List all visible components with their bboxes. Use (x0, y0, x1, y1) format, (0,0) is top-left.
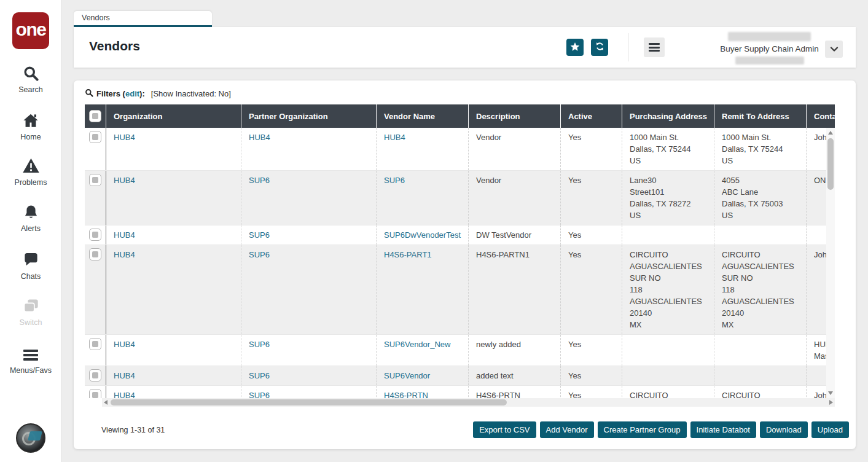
description-cell: DW TestVendor (469, 225, 561, 245)
table-row[interactable]: HUB4 SUP6 SUP6Vendor added text Yes (85, 366, 826, 386)
sidebar-item-search[interactable]: Search (0, 65, 61, 94)
select-all-checkbox[interactable] (89, 110, 101, 122)
warning-icon (22, 157, 40, 174)
vendor-name-link[interactable]: H4S6-PRTN (377, 386, 469, 398)
partner-organization-link[interactable]: SUP6 (241, 366, 377, 385)
scroll-down-arrow[interactable] (828, 391, 833, 395)
column-header-contact-name[interactable]: Contact Name (807, 104, 835, 128)
column-header-organization[interactable]: Organization (106, 104, 241, 128)
vendor-name-link[interactable]: H4S6-PART1 (377, 245, 469, 334)
initiate-databot-button[interactable]: Initiate Databot (690, 421, 756, 438)
vendor-name-link[interactable]: SUP6DwVenoderTest (377, 225, 469, 245)
purchasing-address-cell: Lane30 Street101 Dallas, TX 78272 US (622, 171, 714, 225)
column-header-partner-organization[interactable]: Partner Organization (241, 104, 377, 128)
export-to-csv-button[interactable]: Export to CSV (473, 421, 536, 438)
assistant-avatar[interactable] (16, 423, 45, 453)
row-checkbox[interactable] (89, 389, 101, 398)
sidebar-item-home[interactable]: Home (0, 112, 61, 141)
description-cell: Vendor (469, 128, 561, 170)
user-menu-button[interactable] (825, 41, 843, 58)
scroll-left-arrow[interactable] (104, 400, 108, 405)
favorite-star-button[interactable] (566, 39, 584, 56)
scroll-up-arrow[interactable] (828, 131, 833, 135)
home-icon (22, 112, 39, 129)
row-checkbox[interactable] (89, 174, 101, 186)
table-row[interactable]: HUB4 HUB4 HUB4 Vendor Yes 1000 Main St. … (85, 128, 826, 171)
partner-organization-link[interactable]: HUB4 (241, 128, 377, 170)
vertical-scrollbar[interactable] (826, 128, 835, 398)
table-row[interactable]: HUB4 SUP6 H4S6-PART1 H4S6-PARTN1 Yes CIR… (85, 245, 826, 335)
filters-edit-link[interactable]: edit (125, 89, 139, 98)
organization-link[interactable]: HUB4 (106, 335, 241, 366)
one-logo[interactable]: one (12, 12, 49, 49)
row-checkbox[interactable] (89, 248, 101, 260)
description-cell: H4S6-PRTN (469, 386, 561, 398)
search-icon (23, 65, 39, 82)
filters-label: Filters ( (96, 89, 125, 98)
select-all-cell (85, 104, 106, 128)
sidebar-item-switch: Switch (0, 297, 61, 327)
download-button[interactable]: Download (760, 421, 808, 438)
row-checkbox[interactable] (89, 369, 101, 382)
organization-link[interactable]: HUB4 (106, 386, 241, 398)
action-buttons: Export to CSV Add Vendor Create Partner … (473, 421, 849, 438)
table-row[interactable]: HUB4 SUP6 SUP6DwVenoderTest DW TestVendo… (85, 225, 826, 245)
organization-link[interactable]: HUB4 (106, 366, 241, 385)
vendor-name-link[interactable]: SUP6Vendor_New (377, 335, 469, 366)
sidebar-item-menus-favs[interactable]: Menus/Favs (0, 345, 61, 375)
partner-organization-link[interactable]: SUP6 (241, 335, 377, 366)
column-header-description[interactable]: Description (469, 104, 561, 128)
header-menu-button[interactable] (644, 37, 665, 57)
organization-link[interactable]: HUB4 (106, 171, 241, 225)
vendor-name-link[interactable]: HUB4 (377, 128, 469, 170)
table-header-row: Organization Partner Organization Vendor… (85, 104, 835, 128)
partner-organization-link[interactable]: SUP6 (241, 171, 377, 225)
purchasing-address-cell: CIRCUITO AGUASCALIENTES SUR NO 118 AGUAS… (622, 386, 714, 398)
organization-link[interactable]: HUB4 (106, 245, 241, 334)
partner-organization-link[interactable]: SUP6 (241, 225, 377, 245)
page-title: Vendors (89, 39, 140, 53)
row-checkbox[interactable] (89, 338, 101, 350)
contact-cell: ONE N (807, 171, 826, 225)
row-checkbox[interactable] (89, 131, 101, 143)
horizontal-scroll-thumb[interactable] (111, 399, 507, 405)
redacted-org-name (735, 57, 804, 65)
upload-button[interactable]: Upload (811, 421, 849, 438)
sidebar-item-alerts[interactable]: Alerts (0, 204, 61, 233)
sidebar-item-chats[interactable]: Chats (0, 252, 61, 281)
vendor-name-link[interactable]: SUP6Vendor (377, 366, 469, 385)
row-select-cell (85, 366, 106, 385)
row-select-cell (85, 245, 106, 334)
refresh-button[interactable] (591, 39, 608, 56)
organization-link[interactable]: HUB4 (106, 128, 241, 170)
column-header-purchasing-address[interactable]: Purchasing Address (622, 104, 714, 128)
sidebar: one Search Home Problems Alerts (0, 0, 61, 462)
column-header-active[interactable]: Active (561, 104, 622, 128)
vertical-scroll-thumb[interactable] (827, 138, 834, 190)
table-row[interactable]: HUB4 SUP6 SUP6 Vendor Yes Lane30 Street1… (85, 171, 826, 225)
create-partner-group-button[interactable]: Create Partner Group (598, 421, 687, 438)
contact-cell: John (807, 245, 826, 334)
table-row[interactable]: HUB4 SUP6 SUP6Vendor_New newly added Yes… (85, 335, 826, 366)
partner-organization-link[interactable]: SUP6 (241, 386, 377, 398)
active-cell: Yes (561, 225, 622, 245)
contact-cell (807, 366, 826, 385)
row-select-cell (85, 335, 106, 366)
filters-summary: [Show Inactivated: No] (151, 89, 231, 98)
description-cell: Vendor (469, 171, 561, 225)
add-vendor-button[interactable]: Add Vendor (540, 421, 594, 438)
column-header-remit-to-address[interactable]: Remit To Address (714, 104, 807, 128)
tab-vendors[interactable]: Vendors (74, 11, 212, 27)
remit-to-address-cell: 1000 Main St. Dallas, TX 75244 US (714, 128, 807, 170)
remit-to-address-cell (714, 335, 807, 366)
vendor-name-link[interactable]: SUP6 (377, 171, 469, 225)
organization-link[interactable]: HUB4 (106, 225, 241, 245)
row-select-cell (85, 128, 106, 170)
horizontal-scrollbar[interactable] (102, 398, 835, 407)
scroll-right-arrow[interactable] (829, 400, 833, 405)
partner-organization-link[interactable]: SUP6 (241, 245, 377, 334)
table-row[interactable]: HUB4 SUP6 H4S6-PRTN H4S6-PRTN Yes CIRCUI… (85, 386, 826, 398)
row-checkbox[interactable] (89, 229, 101, 241)
sidebar-item-problems[interactable]: Problems (0, 157, 61, 187)
column-header-vendor-name[interactable]: Vendor Name (377, 104, 469, 128)
